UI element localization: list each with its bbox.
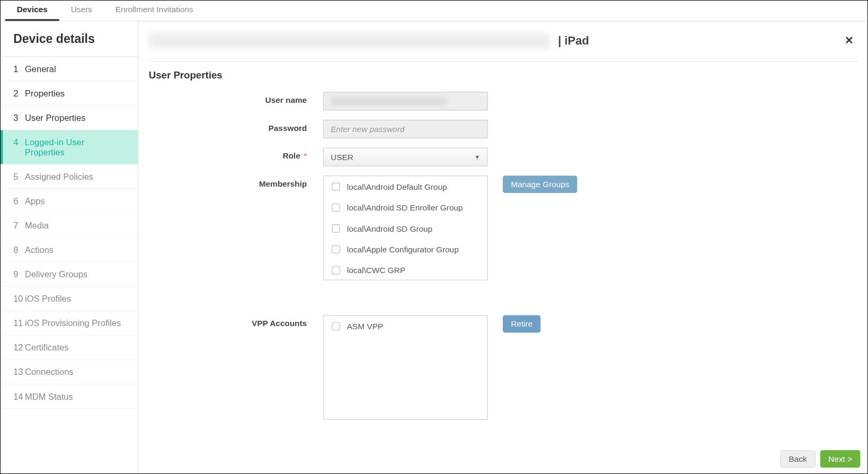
top-tabs: Devices Users Enrollment Invitations xyxy=(1,1,868,21)
checkbox-icon[interactable] xyxy=(332,182,340,190)
retire-button[interactable]: Retire xyxy=(503,315,541,332)
redacted-user-info xyxy=(149,32,550,49)
sidebar-item-label: Certificates xyxy=(25,343,68,353)
sidebar-item-label: Delivery Groups xyxy=(25,269,87,279)
label-membership: Membership xyxy=(149,175,323,280)
header-row: | iPad ✕ xyxy=(149,32,858,62)
section-title: User Properties xyxy=(149,70,858,82)
vpp-list[interactable]: ASM VPP xyxy=(323,315,488,419)
sidebar-item-connections[interactable]: 13Connections xyxy=(1,360,138,384)
list-item[interactable]: local\Apple Configurator Group xyxy=(324,239,487,260)
sidebar-title: Device details xyxy=(1,21,138,57)
sidebar-item-label: iOS Profiles xyxy=(25,294,71,304)
checkbox-icon[interactable] xyxy=(332,224,340,232)
sidebar: Device details 1General 2Properties 3Use… xyxy=(1,21,138,474)
label-vpp: VPP Accounts xyxy=(149,315,323,419)
tab-users[interactable]: Users xyxy=(59,0,104,21)
sidebar-item-mdm-status[interactable]: 14MDM Status xyxy=(1,384,138,409)
device-label: | iPad xyxy=(558,34,589,47)
content-area: | iPad ✕ User Properties User name Passw… xyxy=(138,21,868,474)
label-password: Password xyxy=(149,120,323,138)
next-button[interactable]: Next > xyxy=(820,450,861,468)
role-value: USER xyxy=(331,152,353,162)
close-icon[interactable]: ✕ xyxy=(840,32,858,49)
membership-list[interactable]: local\Android Default Group local\Androi… xyxy=(323,175,488,280)
sidebar-item-label: Media xyxy=(25,221,49,231)
list-item[interactable]: ASM VPP xyxy=(324,316,487,337)
back-button[interactable]: Back xyxy=(780,450,816,468)
tab-devices[interactable]: Devices xyxy=(5,0,59,21)
checkbox-icon[interactable] xyxy=(332,322,340,330)
sidebar-item-label: iOS Provisioning Profiles xyxy=(25,318,121,328)
sidebar-item-media[interactable]: 7Media xyxy=(1,214,138,238)
sidebar-item-label: Logged-in User Properties xyxy=(25,137,125,157)
list-item[interactable]: local\Android SD Group xyxy=(324,218,487,239)
sidebar-item-properties[interactable]: 2Properties xyxy=(1,81,138,106)
sidebar-item-assigned-policies[interactable]: 5Assigned Policies xyxy=(1,164,138,189)
password-input[interactable] xyxy=(323,120,488,138)
checkbox-icon[interactable] xyxy=(332,266,340,274)
username-input[interactable] xyxy=(323,92,488,110)
list-item[interactable]: local\CWC GRP xyxy=(324,260,487,280)
sidebar-item-label: User Properties xyxy=(25,113,85,123)
sidebar-item-general[interactable]: 1General xyxy=(1,57,138,81)
sidebar-item-label: General xyxy=(25,64,56,74)
tab-enrollment[interactable]: Enrollment Invitations xyxy=(104,0,205,21)
sidebar-item-user-properties[interactable]: 3User Properties xyxy=(1,106,138,130)
sidebar-item-ios-provisioning-profiles[interactable]: 11iOS Provisioning Profiles xyxy=(1,311,138,336)
sidebar-item-certificates[interactable]: 12Certificates xyxy=(1,336,138,360)
label-role: Role * xyxy=(149,148,323,166)
checkbox-icon[interactable] xyxy=(332,245,340,253)
list-item[interactable]: local\Android SD Enroller Group xyxy=(324,197,487,218)
sidebar-item-label: Properties xyxy=(25,89,65,99)
sidebar-item-label: Connections xyxy=(25,367,73,377)
manage-groups-button[interactable]: Manage Groups xyxy=(503,175,578,193)
sidebar-item-apps[interactable]: 6Apps xyxy=(1,189,138,213)
sidebar-item-actions[interactable]: 8Actions xyxy=(1,238,138,262)
sidebar-item-label: Apps xyxy=(25,196,45,206)
chevron-down-icon: ▼ xyxy=(474,154,480,160)
checkbox-icon[interactable] xyxy=(332,204,340,212)
role-select[interactable]: USER ▼ xyxy=(323,148,488,166)
list-item[interactable]: local\Android Default Group xyxy=(324,176,487,197)
sidebar-item-logged-in-user-properties[interactable]: 4Logged-in User Properties xyxy=(1,130,138,165)
label-username: User name xyxy=(149,92,323,110)
sidebar-item-label: MDM Status xyxy=(25,391,73,401)
sidebar-item-ios-profiles[interactable]: 10iOS Profiles xyxy=(1,287,138,311)
sidebar-item-label: Assigned Policies xyxy=(25,172,93,182)
sidebar-item-delivery-groups[interactable]: 9Delivery Groups xyxy=(1,262,138,287)
footer-actions: Back Next > xyxy=(780,450,860,468)
sidebar-item-label: Actions xyxy=(25,245,54,255)
